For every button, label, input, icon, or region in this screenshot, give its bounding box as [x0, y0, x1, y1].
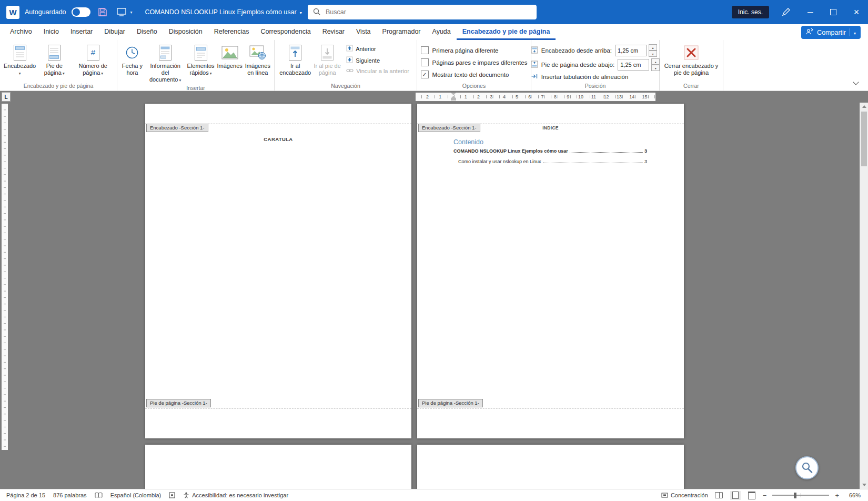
group-cerrar: Cerrar encabezado y pie de página Cerrar [660, 40, 723, 91]
options-stack: Primera página diferente Páginas pares e… [417, 42, 532, 82]
toc-heading[interactable]: Contenido [453, 138, 483, 146]
indent-markers[interactable] [450, 93, 457, 101]
ir-al-encabezado-button[interactable]: Ir al encabezado [278, 42, 312, 82]
autosave-toggle[interactable] [72, 7, 90, 17]
spin-up-icon[interactable] [651, 58, 660, 65]
scroll-down-icon[interactable] [860, 481, 868, 489]
maximize-button[interactable] [822, 0, 845, 24]
pie-de-pagina-button[interactable]: Pie de página [37, 42, 71, 82]
first-line-indent-icon[interactable] [451, 93, 456, 95]
qat-dropdown-icon[interactable] [130, 10, 133, 15]
mostrar-texto-label: Mostrar texto del documento [432, 72, 509, 78]
spin-down-icon[interactable] [649, 51, 657, 57]
zoom-out-icon[interactable] [763, 492, 767, 499]
page-4-partial[interactable] [417, 445, 684, 489]
focus-mode-button[interactable]: Concentración [661, 492, 708, 498]
page2-header-text[interactable]: INDICE [417, 125, 684, 131]
spin-up-icon[interactable] [649, 44, 657, 51]
read-mode-icon[interactable] [714, 491, 724, 500]
page-2[interactable]: Encabezado -Sección 1- INDICE Contenido … [417, 104, 684, 438]
zoom-in-icon[interactable] [835, 492, 839, 499]
document-title[interactable]: COMANDO NSLOOKUP Linux Ejemplos cómo usa… [145, 8, 302, 16]
primera-pagina-checkbox[interactable]: Primera página diferente [421, 46, 528, 54]
scrollbar-thumb[interactable] [861, 112, 867, 166]
word-count[interactable]: 876 palabras [53, 492, 87, 498]
numero-de-pagina-button[interactable]: # Número de página [71, 42, 115, 82]
imagenes-en-linea-button[interactable]: Imágenes en línea [244, 42, 272, 84]
fecha-y-hora-button[interactable]: Fecha y hora [119, 42, 145, 84]
tab-vista[interactable]: Vista [350, 24, 377, 40]
tab-revisar[interactable]: Revisar [317, 24, 350, 40]
signin-button[interactable]: Inic. ses. [732, 6, 769, 18]
proofing-icon[interactable] [95, 492, 103, 498]
cerrar-encabezado-button[interactable]: Cerrar encabezado y pie de página [662, 42, 721, 82]
elementos-rapidos-button[interactable]: Elementos rápidos [186, 42, 216, 84]
pictures-icon [221, 43, 238, 62]
vertical-ruler[interactable] [2, 104, 8, 450]
ink-pen-icon[interactable] [779, 5, 793, 19]
tab-referencias[interactable]: Referencias [208, 24, 255, 40]
save-icon[interactable] [96, 5, 109, 19]
tab-ayuda[interactable]: Ayuda [427, 24, 457, 40]
go-to-header-icon [288, 43, 302, 62]
anterior-label: Anterior [356, 46, 376, 52]
spin-down-icon[interactable] [651, 65, 660, 71]
zoom-percentage[interactable]: 66% [845, 492, 861, 498]
left-indent-icon[interactable] [451, 98, 456, 101]
footer-from-bottom-input[interactable] [618, 59, 649, 71]
informacion-documento-button[interactable]: Información del documento [145, 42, 186, 84]
tab-diseno[interactable]: Diseño [131, 24, 163, 40]
siguiente-label: Siguiente [356, 57, 380, 64]
page-number-icon: # [86, 43, 100, 62]
imagenes-button[interactable]: Imágenes [216, 42, 244, 84]
scroll-up-icon[interactable] [860, 103, 868, 111]
qat-customize-icon[interactable] [115, 5, 128, 19]
encabezado-button[interactable]: Encabezado [2, 42, 37, 82]
tab-correspondencia[interactable]: Correspondencia [255, 24, 316, 40]
vertical-scrollbar[interactable] [860, 103, 868, 489]
toc-entry[interactable]: COMANDO NSLOOKUP Linux Ejemplos cómo usa… [453, 148, 647, 154]
siguiente-button[interactable]: Siguiente [344, 55, 412, 65]
page-3-partial[interactable] [145, 445, 411, 489]
vincular-anterior-button[interactable]: Vincular a la anterior [344, 67, 412, 75]
tab-encabezado-pie[interactable]: Encabezado y pie de página [457, 24, 556, 40]
search-box[interactable] [308, 5, 537, 19]
ir-al-pie-button[interactable]: Ir al pie de página [312, 42, 342, 82]
collapse-ribbon-icon[interactable] [850, 78, 862, 86]
page-indicator[interactable]: Página 2 de 15 [6, 492, 45, 498]
tab-disposicion[interactable]: Disposición [163, 24, 208, 40]
tab-archivo[interactable]: Archivo [4, 24, 38, 40]
page1-title-text[interactable]: CARATULA [145, 136, 411, 142]
share-label: Compartir [817, 29, 846, 36]
accessibility-status[interactable]: Accesibilidad: es necesario investigar [183, 492, 288, 498]
search-input[interactable] [325, 8, 531, 16]
zoom-slider-thumb[interactable] [794, 493, 796, 498]
horizontal-ruler[interactable]: 12345678910111213141512 [416, 93, 655, 101]
zoom-slider[interactable] [772, 492, 829, 499]
minimize-button[interactable] [799, 0, 822, 24]
toc-dot-leader [543, 163, 643, 163]
mostrar-texto-checkbox[interactable]: Mostrar texto del documento [421, 71, 528, 78]
word-logo[interactable]: W [6, 6, 19, 19]
anterior-button[interactable]: Anterior [344, 44, 412, 54]
header-from-top-input[interactable] [615, 45, 647, 56]
share-button[interactable]: Compartir [801, 26, 861, 39]
tab-dibujar[interactable]: Dibujar [98, 24, 131, 40]
macro-record-icon[interactable] [169, 492, 175, 498]
close-button[interactable] [845, 0, 868, 24]
footer-section-tag: Pie de página -Sección 1- [418, 399, 483, 407]
language-indicator[interactable]: Español (Colombia) [110, 492, 162, 498]
focus-icon [661, 493, 668, 498]
maximize-icon [830, 9, 836, 15]
floating-magnifier-button[interactable] [795, 456, 819, 479]
insertar-tabulacion-button[interactable]: Insertar tabulación de alineación [531, 73, 660, 81]
tab-stop-selector-icon[interactable] [2, 92, 11, 102]
web-layout-icon[interactable] [746, 491, 757, 500]
toc-entry[interactable]: Como instalar y usar nslookup en Linux 3 [458, 159, 647, 164]
tab-insertar[interactable]: Insertar [65, 24, 98, 40]
page-1[interactable]: Encabezado -Sección 1- CARATULA Pie de p… [145, 104, 411, 438]
pares-impares-checkbox[interactable]: Páginas pares e impares diferentes [421, 58, 528, 66]
tab-inicio[interactable]: Inicio [38, 24, 65, 40]
print-layout-icon[interactable] [730, 491, 741, 500]
tab-programador[interactable]: Programador [377, 24, 427, 40]
